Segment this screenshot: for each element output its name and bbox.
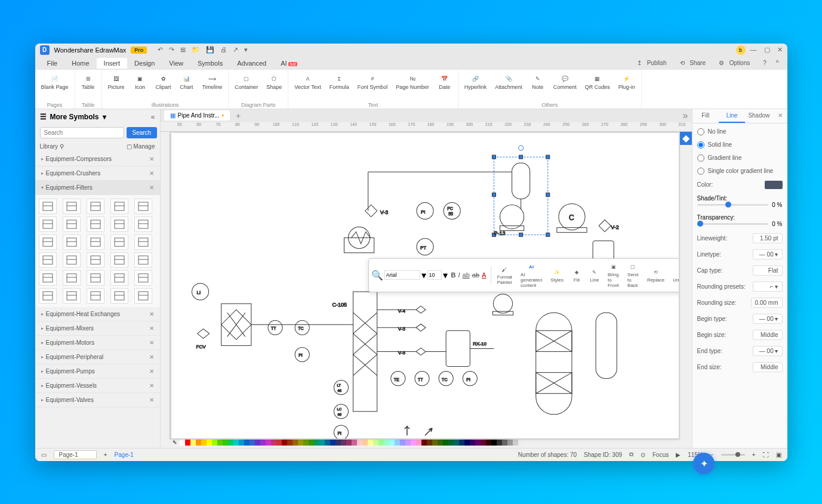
color-swatch[interactable] [190, 440, 196, 446]
category-equipmentcompressors[interactable]: ▸Equipment-Compressors✕ [35, 152, 160, 166]
replace-button[interactable]: ⟲Replace [644, 267, 668, 284]
color-swatch[interactable] [335, 440, 341, 446]
ungroup-button[interactable]: ⊟Ungroup [669, 267, 678, 284]
search-icon[interactable]: 🔍 [371, 270, 383, 281]
size-dd[interactable]: ▾ [443, 270, 448, 281]
tab-file[interactable]: File [40, 58, 65, 69]
category-equipmentpumps[interactable]: ▸Equipment-Pumps✕ [35, 364, 160, 379]
filter-shape-24[interactable] [134, 270, 152, 286]
filter-shape-21[interactable] [63, 270, 81, 286]
focus-button[interactable]: Focus [652, 452, 669, 458]
properties-tool[interactable]: ◆ [680, 132, 692, 145]
focus-icon[interactable]: ⊙ [641, 452, 645, 458]
color-swatch[interactable] [341, 440, 346, 446]
layers-icon[interactable]: ⧉ [629, 451, 633, 458]
category-equipmentfilters[interactable]: ▾Equipment-Filters✕ [35, 181, 160, 195]
color-swatch[interactable] [395, 440, 400, 446]
underline-button[interactable]: ab [463, 271, 470, 279]
filter-shape-25[interactable] [39, 288, 57, 304]
maximize-button[interactable]: ▢ [764, 46, 770, 54]
color-swatch[interactable] [255, 440, 260, 446]
filter-shape-28[interactable] [110, 288, 128, 304]
roundsize-input[interactable]: 0.00 mm [751, 298, 783, 308]
color-swatch[interactable] [228, 440, 233, 446]
color-swatch[interactable] [427, 440, 432, 446]
color-swatch[interactable] [217, 440, 223, 446]
color-swatch[interactable] [513, 440, 518, 446]
color-swatch[interactable] [293, 440, 298, 446]
filter-shape-10[interactable] [39, 234, 57, 250]
bring-front-button[interactable]: ▣Bring to Front [604, 261, 623, 289]
solidline-radio[interactable]: Solid line [697, 141, 783, 149]
color-swatch[interactable] [282, 440, 287, 446]
blank-page-button[interactable]: 📄Blank Page [38, 71, 72, 101]
close-panel-icon[interactable]: ✕ [773, 109, 787, 123]
filter-shape-11[interactable] [63, 234, 81, 250]
collapse-panel-icon[interactable]: « [151, 113, 155, 121]
color-swatch[interactable] [352, 440, 357, 446]
filter-shape-19[interactable] [134, 252, 152, 268]
add-page-button[interactable]: + [104, 452, 107, 458]
options-button[interactable]: ⚙ Options [715, 58, 757, 67]
color-swatch[interactable] [244, 440, 250, 446]
beginsize-select[interactable]: Middle [753, 330, 783, 340]
size-input[interactable] [427, 270, 442, 280]
filter-shape-6[interactable] [63, 217, 81, 232]
filter-shape-29[interactable] [134, 288, 152, 304]
filter-shape-8[interactable] [110, 217, 128, 232]
hyperlink-button[interactable]: 🔗Hyperlink [461, 71, 491, 101]
color-swatch[interactable] [266, 440, 271, 446]
zoom-slider[interactable] [721, 454, 745, 456]
color-swatch[interactable] [319, 440, 325, 446]
symbol-search-input[interactable] [40, 127, 124, 138]
page-view-icon[interactable]: ▭ [41, 452, 47, 458]
captype-select[interactable]: Flat [753, 265, 783, 276]
color-swatch[interactable] [368, 440, 373, 446]
library-label[interactable]: Library ⚲ [40, 143, 64, 150]
category-equipmentmixers[interactable]: ▸Equipment-Mixers✕ [35, 321, 160, 336]
fit-icon[interactable]: ⛶ [763, 452, 769, 458]
plugin-button[interactable]: ⚡Plug-in [615, 71, 639, 101]
color-swatch[interactable] [185, 440, 190, 446]
color-swatch[interactable] [400, 440, 405, 446]
play-icon[interactable]: ▶ [676, 452, 681, 458]
minimize-button[interactable]: — [750, 46, 757, 54]
publish-button[interactable]: ↥ Publish [633, 58, 674, 67]
noline-radio[interactable]: No line [697, 128, 783, 135]
save-button[interactable]: 💾 [206, 46, 214, 54]
fill-tab[interactable]: Fill [692, 109, 719, 123]
format-painter-button[interactable]: 🖌Format Painter [494, 264, 516, 286]
color-swatch[interactable] [287, 440, 293, 446]
qat-more[interactable]: ▾ [244, 46, 248, 54]
begintype-select[interactable]: — 00 ▾ [753, 314, 783, 324]
fontcolor-button[interactable]: A [482, 271, 486, 279]
tab-symbols[interactable]: Symbols [190, 58, 230, 69]
rounding-select[interactable]: ⌐ ▾ [753, 282, 783, 292]
color-swatch[interactable] [507, 440, 513, 446]
shape-button[interactable]: ⬠Shape [263, 71, 285, 101]
formula-button[interactable]: ΣFormula [326, 71, 353, 101]
category-equipmentvalves[interactable]: ▸Equipment-Valves✕ [35, 393, 160, 407]
undo-button[interactable]: ↶ [158, 46, 163, 54]
color-swatch[interactable] [405, 440, 411, 446]
category-equipmentvessels[interactable]: ▸Equipment-Vessels✕ [35, 379, 160, 393]
open-button[interactable]: 📁 [192, 46, 200, 54]
tab-design[interactable]: Design [127, 58, 162, 69]
document-tab[interactable]: ▦ Pipe And Instr... • [164, 110, 230, 120]
filter-shape-20[interactable] [39, 270, 57, 286]
table-button[interactable]: ⊞Table [78, 71, 99, 101]
tab-home[interactable]: Home [64, 58, 96, 69]
timeline-button[interactable]: ⟶Timeline [199, 71, 226, 101]
color-swatch[interactable] [389, 440, 395, 446]
color-swatch[interactable] [196, 440, 201, 446]
vectortext-button[interactable]: AVector Text [291, 71, 324, 101]
filter-shape-0[interactable] [39, 199, 57, 214]
color-swatch[interactable] [207, 440, 212, 446]
filter-shape-17[interactable] [87, 252, 104, 268]
shade-slider[interactable] [697, 204, 769, 206]
collapse-ribbon[interactable]: ^ [772, 58, 783, 67]
bold-button[interactable]: B [451, 271, 456, 279]
endtype-select[interactable]: — 00 ▾ [753, 346, 783, 356]
new-button[interactable]: ⊞ [180, 46, 186, 54]
hamburger-icon[interactable]: ☰ [40, 113, 47, 121]
